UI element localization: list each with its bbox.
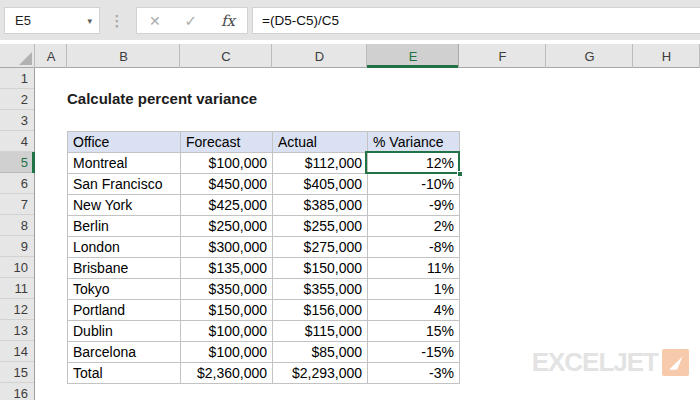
table-header-row: OfficeForecastActual% Variance — [68, 132, 460, 153]
table-cell[interactable]: New York — [68, 195, 181, 216]
column-header-C[interactable]: C — [180, 44, 272, 68]
table-row: New York$425,000$385,000-9% — [68, 195, 460, 216]
table-row: Portland$150,000$156,0004% — [68, 300, 460, 321]
column-header-A[interactable]: A — [35, 44, 67, 68]
table-row: Montreal$100,000$112,00012% — [68, 153, 460, 174]
table-row: Berlin$250,000$255,0002% — [68, 216, 460, 237]
table-cell[interactable]: Portland — [68, 300, 181, 321]
row-header-8[interactable]: 8 — [0, 215, 35, 236]
row-header-2[interactable]: 2 — [0, 89, 35, 110]
exceljet-logo-text: EXCELJET — [532, 348, 658, 376]
row-headers: 12345678910111213141516 — [0, 68, 35, 400]
row-header-16[interactable]: 16 — [0, 383, 35, 400]
table-cell[interactable]: Barcelona — [68, 342, 181, 363]
table-cell[interactable]: $450,000 — [181, 174, 273, 195]
table-cell[interactable]: $100,000 — [181, 342, 273, 363]
column-header-G[interactable]: G — [546, 44, 633, 68]
table-cell[interactable]: $100,000 — [181, 153, 273, 174]
cells-area[interactable]: Calculate percent variance OfficeForecas… — [35, 68, 700, 400]
table-cell[interactable]: -15% — [368, 342, 460, 363]
column-headers: ABCDEFGH — [0, 44, 700, 68]
table-cell[interactable]: $150,000 — [273, 258, 368, 279]
column-header-H[interactable]: H — [633, 44, 700, 68]
table-cell[interactable]: $112,000 — [273, 153, 368, 174]
table-cell[interactable]: Brisbane — [68, 258, 181, 279]
row-header-5[interactable]: 5 — [0, 152, 35, 173]
table-row: Brisbane$135,000$150,00011% — [68, 258, 460, 279]
table-cell[interactable]: Tokyo — [68, 279, 181, 300]
select-all-triangle-icon — [19, 52, 32, 65]
row-header-7[interactable]: 7 — [0, 194, 35, 215]
table-cell[interactable]: -10% — [368, 174, 460, 195]
table-cell[interactable]: $300,000 — [181, 237, 273, 258]
cell-reference: E5 — [5, 13, 87, 28]
table-cell[interactable]: 1% — [368, 279, 460, 300]
table-cell[interactable]: $275,000 — [273, 237, 368, 258]
exceljet-logo-icon — [662, 349, 689, 376]
row-header-1[interactable]: 1 — [0, 68, 35, 89]
table-cell[interactable]: Dublin — [68, 321, 181, 342]
table-header-cell[interactable]: Office — [68, 132, 181, 153]
table-header-cell[interactable]: Actual — [273, 132, 368, 153]
table-cell[interactable]: $150,000 — [181, 300, 273, 321]
cancel-icon[interactable]: ✕ — [149, 13, 161, 29]
enter-icon[interactable]: ✓ — [185, 12, 198, 30]
row-header-12[interactable]: 12 — [0, 299, 35, 320]
table-cell[interactable]: 15% — [368, 321, 460, 342]
column-header-D[interactable]: D — [272, 44, 367, 68]
table-cell[interactable]: $115,000 — [273, 321, 368, 342]
table-cell[interactable]: -3% — [368, 363, 460, 384]
table-row: Barcelona$100,000$85,000-15% — [68, 342, 460, 363]
table-cell[interactable]: $255,000 — [273, 216, 368, 237]
column-header-F[interactable]: F — [459, 44, 546, 68]
table-cell[interactable]: Montreal — [68, 153, 181, 174]
table-cell[interactable]: $405,000 — [273, 174, 368, 195]
row-header-10[interactable]: 10 — [0, 257, 35, 278]
table-cell[interactable]: London — [68, 237, 181, 258]
table-cell[interactable]: $135,000 — [181, 258, 273, 279]
row-header-13[interactable]: 13 — [0, 320, 35, 341]
table-cell[interactable]: $355,000 — [273, 279, 368, 300]
table-cell[interactable]: $2,293,000 — [273, 363, 368, 384]
table-cell[interactable]: $385,000 — [273, 195, 368, 216]
table-row: San Francisco$450,000$405,000-10% — [68, 174, 460, 195]
table-cell[interactable]: 12% — [368, 153, 460, 174]
column-header-B[interactable]: B — [67, 44, 180, 68]
row-header-3[interactable]: 3 — [0, 110, 35, 131]
table-cell[interactable]: 11% — [368, 258, 460, 279]
table-cell[interactable]: San Francisco — [68, 174, 181, 195]
table-cell[interactable]: Total — [68, 363, 181, 384]
table-cell[interactable]: $250,000 — [181, 216, 273, 237]
column-header-E[interactable]: E — [367, 44, 459, 68]
sheet-title-cell[interactable]: Calculate percent variance — [67, 88, 257, 109]
table-cell[interactable]: -9% — [368, 195, 460, 216]
row-header-9[interactable]: 9 — [0, 236, 35, 257]
table-cell[interactable]: 4% — [368, 300, 460, 321]
row-header-6[interactable]: 6 — [0, 173, 35, 194]
name-box[interactable]: E5 ▾ — [4, 7, 100, 34]
formula-input[interactable]: =(D5-C5)/C5 — [252, 7, 700, 34]
exceljet-watermark: EXCELJET — [532, 348, 689, 376]
row-header-15[interactable]: 15 — [0, 362, 35, 383]
table-cell[interactable]: $425,000 — [181, 195, 273, 216]
table-cell[interactable]: Berlin — [68, 216, 181, 237]
table-cell[interactable]: 2% — [368, 216, 460, 237]
table-row: Tokyo$350,000$355,0001% — [68, 279, 460, 300]
table-cell[interactable]: -8% — [368, 237, 460, 258]
row-header-4[interactable]: 4 — [0, 131, 35, 152]
table-cell[interactable]: $85,000 — [273, 342, 368, 363]
table-cell[interactable]: $156,000 — [273, 300, 368, 321]
formula-bar: E5 ▾ ⋮ ✕ ✓ fx =(D5-C5)/C5 — [0, 0, 700, 40]
row-header-14[interactable]: 14 — [0, 341, 35, 362]
table-cell[interactable]: $2,360,000 — [181, 363, 273, 384]
insert-function-icon[interactable]: fx — [221, 12, 235, 30]
name-box-dropdown-icon[interactable]: ▾ — [87, 16, 99, 26]
table-cell[interactable]: $350,000 — [181, 279, 273, 300]
table-cell[interactable]: $100,000 — [181, 321, 273, 342]
select-all-button[interactable] — [0, 44, 35, 68]
table-header-cell[interactable]: Forecast — [181, 132, 273, 153]
table-row: Dublin$100,000$115,00015% — [68, 321, 460, 342]
formula-bar-drag-handle-icon: ⋮ — [110, 7, 124, 34]
table-header-cell[interactable]: % Variance — [368, 132, 460, 153]
row-header-11[interactable]: 11 — [0, 278, 35, 299]
